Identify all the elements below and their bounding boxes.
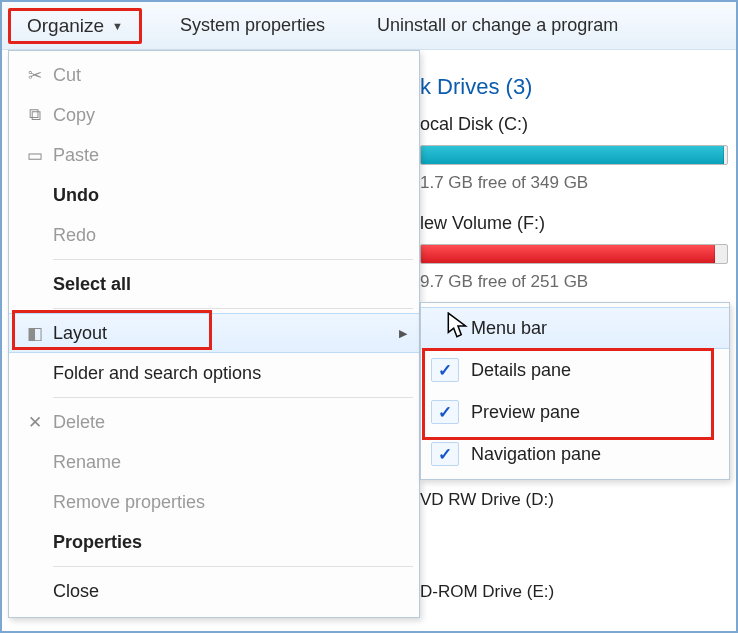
menu-item-folder-and-search-options[interactable]: Folder and search options	[9, 353, 419, 393]
paste-icon: ▭	[17, 145, 53, 166]
menu-item-label: Cut	[53, 65, 407, 86]
menu-item-copy: ⧉Copy	[9, 95, 419, 135]
menu-separator	[53, 566, 413, 567]
cut-icon: ✂	[17, 65, 53, 86]
check-icon: ✓	[431, 400, 459, 424]
drive-usage-fill	[421, 146, 724, 164]
drive-free-text: 9.7 GB free of 251 GB	[420, 272, 728, 292]
check-icon: ✓	[431, 358, 459, 382]
drive-usage-bar	[420, 244, 728, 264]
drive-item[interactable]: lew Volume (F:) 9.7 GB free of 251 GB	[420, 213, 728, 292]
menu-item-redo: Redo	[9, 215, 419, 255]
menu-item-delete: ✕Delete	[9, 402, 419, 442]
drives-panel: k Drives (3) ocal Disk (C:) 1.7 GB free …	[420, 62, 728, 312]
menu-item-undo[interactable]: Undo	[9, 175, 419, 215]
menu-item-select-all[interactable]: Select all	[9, 264, 419, 304]
drive-usage-fill	[421, 245, 715, 263]
menu-item-rename: Rename	[9, 442, 419, 482]
chevron-down-icon: ▼	[112, 20, 123, 32]
menu-separator	[53, 259, 413, 260]
menu-separator	[53, 397, 413, 398]
menu-item-close[interactable]: Close	[9, 571, 419, 611]
system-properties-button[interactable]: System properties	[166, 9, 339, 42]
menu-item-label: Undo	[53, 185, 407, 206]
submenu-item-label: Preview pane	[471, 402, 580, 423]
menu-item-label: Copy	[53, 105, 407, 126]
submenu-item-details-pane[interactable]: ✓Details pane	[421, 349, 729, 391]
submenu-item-preview-pane[interactable]: ✓Preview pane	[421, 391, 729, 433]
layout-icon: ◧	[17, 323, 53, 344]
layout-submenu: Menu bar✓Details pane✓Preview pane✓Navig…	[420, 302, 730, 480]
delete-icon: ✕	[17, 412, 53, 433]
menu-item-properties[interactable]: Properties	[9, 522, 419, 562]
check-icon	[431, 316, 459, 340]
menu-item-label: Redo	[53, 225, 407, 246]
copy-icon: ⧉	[17, 105, 53, 125]
menu-item-label: Layout	[53, 323, 391, 344]
menu-item-label: Folder and search options	[53, 363, 407, 384]
drive-usage-bar	[420, 145, 728, 165]
submenu-item-navigation-pane[interactable]: ✓Navigation pane	[421, 433, 729, 475]
uninstall-program-button[interactable]: Uninstall or change a program	[363, 9, 632, 42]
menu-item-label: Rename	[53, 452, 407, 473]
menu-item-remove-properties: Remove properties	[9, 482, 419, 522]
submenu-item-label: Menu bar	[471, 318, 547, 339]
organize-label: Organize	[27, 15, 104, 37]
menu-item-label: Paste	[53, 145, 407, 166]
menu-item-paste: ▭Paste	[9, 135, 419, 175]
drives-section-header: k Drives (3)	[420, 74, 728, 100]
menu-item-label: Remove properties	[53, 492, 407, 513]
explorer-window: Organize ▼ System properties Uninstall o…	[0, 0, 738, 633]
drive-free-text: 1.7 GB free of 349 GB	[420, 173, 728, 193]
drive-name: lew Volume (F:)	[420, 213, 728, 234]
menu-item-label: Properties	[53, 532, 407, 553]
submenu-item-menu-bar[interactable]: Menu bar	[421, 307, 729, 349]
menu-item-label: Select all	[53, 274, 407, 295]
drive-name[interactable]: VD RW Drive (D:)	[420, 490, 554, 510]
organize-menu: ✂Cut⧉Copy▭PasteUndoRedoSelect all◧Layout…	[8, 50, 420, 618]
menu-item-label: Close	[53, 581, 407, 602]
menu-item-label: Delete	[53, 412, 407, 433]
drive-name: ocal Disk (C:)	[420, 114, 728, 135]
drive-item[interactable]: ocal Disk (C:) 1.7 GB free of 349 GB	[420, 114, 728, 193]
menu-separator	[53, 308, 413, 309]
organize-button[interactable]: Organize ▼	[8, 8, 142, 44]
toolbar: Organize ▼ System properties Uninstall o…	[2, 2, 736, 50]
submenu-item-label: Details pane	[471, 360, 571, 381]
menu-item-layout[interactable]: ◧Layout	[9, 313, 419, 353]
check-icon: ✓	[431, 442, 459, 466]
drive-name[interactable]: D-ROM Drive (E:)	[420, 582, 554, 602]
submenu-item-label: Navigation pane	[471, 444, 601, 465]
menu-item-cut: ✂Cut	[9, 55, 419, 95]
